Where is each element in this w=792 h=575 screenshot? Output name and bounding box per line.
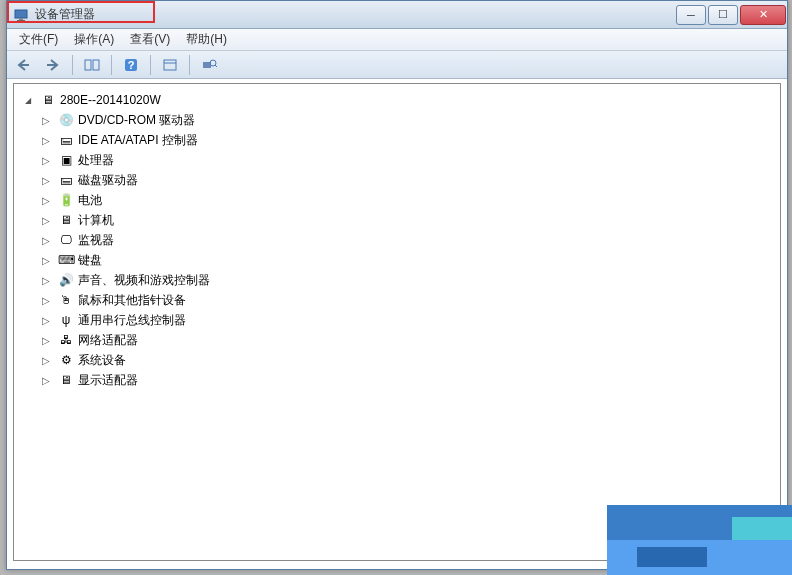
tree-node[interactable]: ▷▣处理器 [18,150,776,170]
display-icon: 🖥 [58,372,74,388]
expand-icon[interactable]: ▷ [40,194,52,206]
tree-content[interactable]: ◢🖥280E--20141020W▷💿DVD/CD-ROM 驱动器▷🖴IDE A… [13,83,781,561]
menu-help[interactable]: 帮助(H) [178,29,235,50]
menu-file[interactable]: 文件(F) [11,29,66,50]
usb-icon: ψ [58,312,74,328]
tree-node[interactable]: ▷⌨键盘 [18,250,776,270]
tree-node[interactable]: ▷🖥计算机 [18,210,776,230]
tree-node[interactable]: ▷🔊声音、视频和游戏控制器 [18,270,776,290]
expand-icon[interactable]: ▷ [40,374,52,386]
toolbar-separator [111,55,112,75]
sound-icon: 🔊 [58,272,74,288]
minimize-button[interactable]: ─ [676,5,706,25]
window-title: 设备管理器 [35,6,675,23]
expand-icon[interactable]: ▷ [40,254,52,266]
expand-icon[interactable]: ▷ [40,294,52,306]
tree-node[interactable]: ▷🖵监视器 [18,230,776,250]
window-controls: ─ ☐ ✕ [675,3,787,27]
toolbar-separator [72,55,73,75]
tree-node[interactable]: ▷🖧网络适配器 [18,330,776,350]
tree-node-label: 计算机 [78,212,114,229]
tree-node-label: 电池 [78,192,102,209]
titlebar[interactable]: 设备管理器 ─ ☐ ✕ [7,1,787,29]
mouse-icon: 🖱 [58,292,74,308]
svg-rect-2 [17,20,25,21]
tree-node[interactable]: ▷🖱鼠标和其他指针设备 [18,290,776,310]
expand-icon[interactable]: ▷ [40,234,52,246]
toolbar-separator [189,55,190,75]
pc-icon: 🖥 [58,212,74,228]
tree-node-label: 键盘 [78,252,102,269]
device-manager-window: 设备管理器 ─ ☐ ✕ 文件(F) 操作(A) 查看(V) 帮助(H) ? ◢🖥… [6,0,788,570]
tree-node[interactable]: ▷💿DVD/CD-ROM 驱动器 [18,110,776,130]
svg-rect-3 [85,60,91,70]
tree-node[interactable]: ▷🖴IDE ATA/ATAPI 控制器 [18,130,776,150]
maximize-button[interactable]: ☐ [708,5,738,25]
scan-hardware-button[interactable] [197,54,221,76]
show-hide-console-button[interactable] [80,54,104,76]
tree-node-label: IDE ATA/ATAPI 控制器 [78,132,198,149]
disc-icon: 💿 [58,112,74,128]
disk-icon: 🖴 [58,172,74,188]
tree-node[interactable]: ▷ψ通用串行总线控制器 [18,310,776,330]
expand-icon[interactable]: ▷ [40,214,52,226]
tree-node[interactable]: ▷⚙系统设备 [18,350,776,370]
expand-icon[interactable]: ▷ [40,114,52,126]
tree-node-label: 280E--20141020W [60,93,161,107]
network-icon: 🖧 [58,332,74,348]
expand-icon[interactable]: ▷ [40,134,52,146]
menu-view[interactable]: 查看(V) [122,29,178,50]
controller-icon: 🖴 [58,132,74,148]
back-button[interactable] [13,54,37,76]
properties-button[interactable] [158,54,182,76]
forward-button[interactable] [41,54,65,76]
tree-node[interactable]: ▷🖥显示适配器 [18,370,776,390]
close-button[interactable]: ✕ [740,5,786,25]
expand-icon[interactable]: ▷ [40,314,52,326]
system-icon: ⚙ [58,352,74,368]
expand-icon[interactable]: ▷ [40,354,52,366]
menubar: 文件(F) 操作(A) 查看(V) 帮助(H) [7,29,787,51]
expand-icon[interactable]: ▷ [40,154,52,166]
toolbar-separator [150,55,151,75]
toolbar: ? [7,51,787,79]
tree-node[interactable]: ▷🔋电池 [18,190,776,210]
svg-line-11 [215,65,217,67]
tree-node-label: 磁盘驱动器 [78,172,138,189]
svg-rect-0 [15,10,27,18]
battery-icon: 🔋 [58,192,74,208]
expand-icon[interactable]: ▷ [40,174,52,186]
tree-node-label: 通用串行总线控制器 [78,312,186,329]
tree-node-label: 处理器 [78,152,114,169]
svg-rect-7 [164,60,176,70]
expand-icon[interactable]: ▷ [40,334,52,346]
watermark-overlay [607,505,792,575]
tree-node-label: 鼠标和其他指针设备 [78,292,186,309]
app-icon [13,7,29,23]
computer-icon: 🖥 [40,92,56,108]
tree-node-label: 系统设备 [78,352,126,369]
svg-rect-4 [93,60,99,70]
monitor-icon: 🖵 [58,232,74,248]
help-button[interactable]: ? [119,54,143,76]
tree-node-label: 监视器 [78,232,114,249]
svg-text:?: ? [128,59,135,71]
tree-node-label: DVD/CD-ROM 驱动器 [78,112,195,129]
tree-node-label: 网络适配器 [78,332,138,349]
expand-icon[interactable]: ▷ [40,274,52,286]
cpu-icon: ▣ [58,152,74,168]
svg-rect-1 [19,18,23,20]
tree-node-label: 声音、视频和游戏控制器 [78,272,210,289]
collapse-icon[interactable]: ◢ [22,94,34,106]
keyboard-icon: ⌨ [58,252,74,268]
menu-action[interactable]: 操作(A) [66,29,122,50]
tree-node-label: 显示适配器 [78,372,138,389]
tree-node[interactable]: ▷🖴磁盘驱动器 [18,170,776,190]
tree-node[interactable]: ◢🖥280E--20141020W [18,90,776,110]
